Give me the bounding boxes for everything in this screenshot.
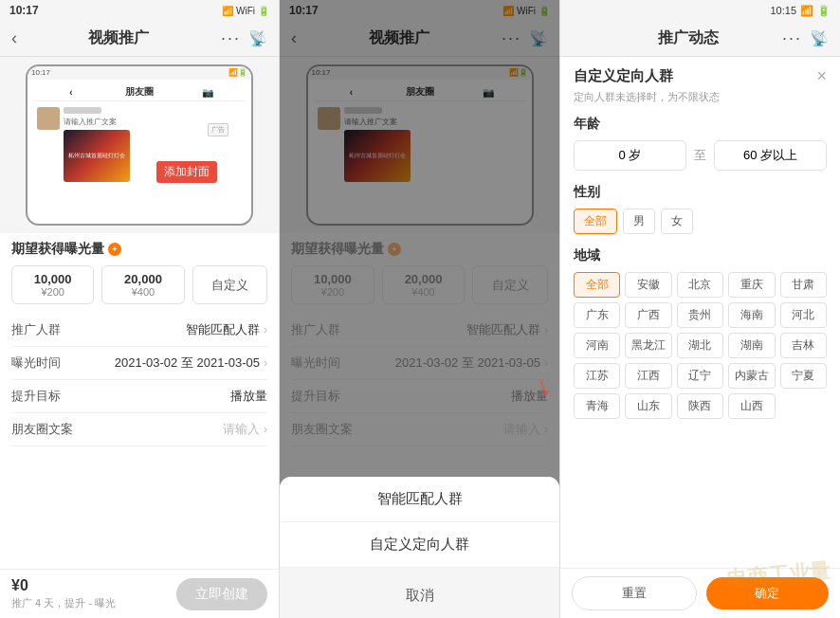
right-region-neimenggu[interactable]: 内蒙古 <box>728 363 775 389</box>
right-region-guizhou[interactable]: 贵州 <box>677 302 723 328</box>
right-region-section: 地域 全部 安徽 北京 重庆 甘肃 广东 广西 贵州 海南 河北 河南 黑龙江 … <box>574 247 827 419</box>
right-gender-tag-male[interactable]: 男 <box>623 209 655 234</box>
right-region-anhui[interactable]: 安徽 <box>625 272 671 298</box>
right-region-liaoning[interactable]: 辽宁 <box>677 363 723 389</box>
mid-sheet-cancel[interactable]: 取消 <box>280 573 559 618</box>
left-exp-btn-1[interactable]: 10,000 ¥200 <box>11 265 94 304</box>
right-region-shaanxi[interactable]: 陕西 <box>677 393 723 419</box>
right-gender-section: 性别 全部 男 女 <box>574 184 827 234</box>
right-region-qinghai[interactable]: 青海 <box>574 393 620 419</box>
right-gender-tags: 全部 男 女 <box>574 209 827 234</box>
right-region-guangxi[interactable]: 广西 <box>625 302 671 328</box>
right-status-bar: 10:15 📶 🔋 <box>560 0 840 21</box>
right-confirm-btn[interactable]: 确定 <box>706 577 830 609</box>
left-friend-image: 柘州古城首届硅灯灯会 <box>64 130 130 182</box>
right-gender-title: 性别 <box>574 184 827 201</box>
left-bottom-bar: ¥0 推广 4 天，提升 - 曝光 立即创建 <box>0 569 279 618</box>
right-region-shandong[interactable]: 山东 <box>625 393 671 419</box>
right-region-chongqing[interactable]: 重庆 <box>728 272 775 298</box>
left-time: 10:17 <box>9 4 39 17</box>
right-region-ningxia[interactable]: 宁夏 <box>780 363 827 389</box>
right-ct-header: 自定义定向人群 × <box>574 66 827 86</box>
left-friend-avatar <box>37 107 60 130</box>
left-header: ‹ 视频推广 ··· 📡 <box>0 21 279 57</box>
right-region-grid: 全部 安徽 北京 重庆 甘肃 广东 广西 贵州 海南 河北 河南 黑龙江 湖北 … <box>574 272 827 419</box>
right-age-from[interactable]: 0 岁 <box>574 140 686 171</box>
mid-overlay: 智能匹配人群 自定义定向人群 取消 <box>280 0 559 618</box>
left-bottom-price-section: ¥0 推广 4 天，提升 - 曝光 <box>11 577 116 610</box>
mid-sheet-item-smart[interactable]: 智能匹配人群 <box>280 477 559 522</box>
right-region-all[interactable]: 全部 <box>574 272 620 298</box>
right-region-gansu[interactable]: 甘肃 <box>780 272 827 298</box>
right-region-hainan[interactable]: 海南 <box>728 302 775 328</box>
right-region-hebei[interactable]: 河北 <box>780 302 827 328</box>
right-gender-tag-all[interactable]: 全部 <box>574 209 617 234</box>
left-section-title: 期望获得曝光量 + <box>11 241 267 258</box>
right-ct-title: 自定义定向人群 <box>574 67 673 85</box>
left-promo-section: 期望获得曝光量 + 10,000 ¥200 20,000 ¥400 自定义 推广… <box>0 233 279 569</box>
right-header: 推广动态 ··· 📡 <box>560 21 840 57</box>
left-header-title: 视频推广 <box>17 28 221 48</box>
right-ct-close[interactable]: × <box>816 66 827 86</box>
left-friend-name <box>64 107 101 114</box>
left-wechat-back: ‹ <box>37 87 105 98</box>
right-bottom-bar: 重置 确定 <box>560 568 840 618</box>
left-broadcast-icon: 📡 <box>248 29 267 47</box>
left-info-row-2[interactable]: 提升目标 播放量 <box>11 380 267 413</box>
right-region-jiangsu[interactable]: 江苏 <box>574 363 620 389</box>
right-region-jiangxi[interactable]: 江西 <box>625 363 671 389</box>
right-reset-btn[interactable]: 重置 <box>572 576 697 610</box>
left-add-cover-label[interactable]: 添加封面 <box>156 161 217 183</box>
left-wechat-header: ‹ 朋友圈 📷 <box>33 83 246 101</box>
right-age-row: 0 岁 至 60 岁以上 <box>574 140 827 171</box>
left-status-icons: 📶 WiFi 🔋 <box>222 6 269 16</box>
left-create-btn[interactable]: 立即创建 <box>176 578 267 610</box>
right-panel: 10:15 📶 🔋 推广动态 ··· 📡 自定义定向人群 × 定向人群未选择时，… <box>560 0 840 618</box>
left-info-row-1[interactable]: 曝光时间 2021-03-02 至 2021-03-05 › <box>11 347 267 380</box>
left-header-dots[interactable]: ··· <box>221 28 241 48</box>
right-region-shanxi[interactable]: 山西 <box>728 393 775 419</box>
right-region-jilin[interactable]: 吉林 <box>780 333 827 358</box>
right-targeting-panel: 自定义定向人群 × 定向人群未选择时，为不限状态 年龄 0 岁 至 60 岁以上… <box>560 57 840 568</box>
left-ad-badge: 广告 <box>208 123 228 136</box>
right-header-title: 推广动态 <box>658 28 719 48</box>
right-age-to[interactable]: 60 岁以上 <box>714 140 827 171</box>
left-bottom-price: ¥0 <box>11 577 116 594</box>
right-region-title: 地域 <box>574 247 827 264</box>
right-region-beijing[interactable]: 北京 <box>677 272 723 298</box>
mid-sheet-item-custom[interactable]: 自定义定向人群 <box>280 522 559 568</box>
left-info-row-0[interactable]: 推广人群 智能匹配人群 › <box>11 314 267 347</box>
left-exp-btn-custom[interactable]: 自定义 <box>192 265 267 304</box>
right-broadcast-icon: 📡 <box>810 29 829 47</box>
left-info-row-3[interactable]: 朋友圈文案 请输入 › <box>11 413 267 446</box>
right-region-heilongjiang[interactable]: 黑龙江 <box>625 333 671 358</box>
right-region-henan[interactable]: 河南 <box>574 333 620 358</box>
mid-sheet-content: 智能匹配人群 自定义定向人群 取消 <box>280 477 559 618</box>
left-exp-btn-2[interactable]: 20,000 ¥400 <box>101 265 184 304</box>
right-time: 10:15 <box>770 5 796 16</box>
mid-panel: 10:17 📶 WiFi 🔋 ‹ 视频推广 ··· 📡 10:17 📶🔋 ‹ 朋… <box>280 0 560 618</box>
left-panel: 10:17 📶 WiFi 🔋 ‹ 视频推广 ··· 📡 10:17 📶🔋 ‹ 朋… <box>0 0 280 618</box>
right-gender-tag-female[interactable]: 女 <box>661 209 693 234</box>
right-region-hunan[interactable]: 湖南 <box>728 333 775 358</box>
left-bottom-sub: 推广 4 天，提升 - 曝光 <box>11 596 116 610</box>
left-phone-statusbar: 10:17 📶🔋 <box>27 66 251 80</box>
right-ct-subtitle: 定向人群未选择时，为不限状态 <box>574 90 827 104</box>
right-region-guangdong[interactable]: 广东 <box>574 302 620 328</box>
right-age-section: 年龄 0 岁 至 60 岁以上 <box>574 116 827 171</box>
right-region-hubei[interactable]: 湖北 <box>677 333 723 358</box>
right-age-sep: 至 <box>694 147 706 164</box>
left-wechat-cam: 📷 <box>173 87 242 98</box>
right-header-dots[interactable]: ··· <box>782 28 802 48</box>
left-phone-inner: ‹ 朋友圈 📷 请输入推广文案 柘州古城首届硅灯灯会 广告 <box>27 80 251 190</box>
left-phone-mockup: 10:17 📶🔋 ‹ 朋友圈 📷 请输入推广文案 柘州古城首届硅灯灯会 <box>26 64 253 226</box>
left-status-bar: 10:17 📶 WiFi 🔋 <box>0 0 279 21</box>
right-age-title: 年龄 <box>574 116 827 133</box>
left-info-icon[interactable]: + <box>108 243 121 256</box>
left-exposure-row: 10,000 ¥200 20,000 ¥400 自定义 <box>11 265 267 304</box>
